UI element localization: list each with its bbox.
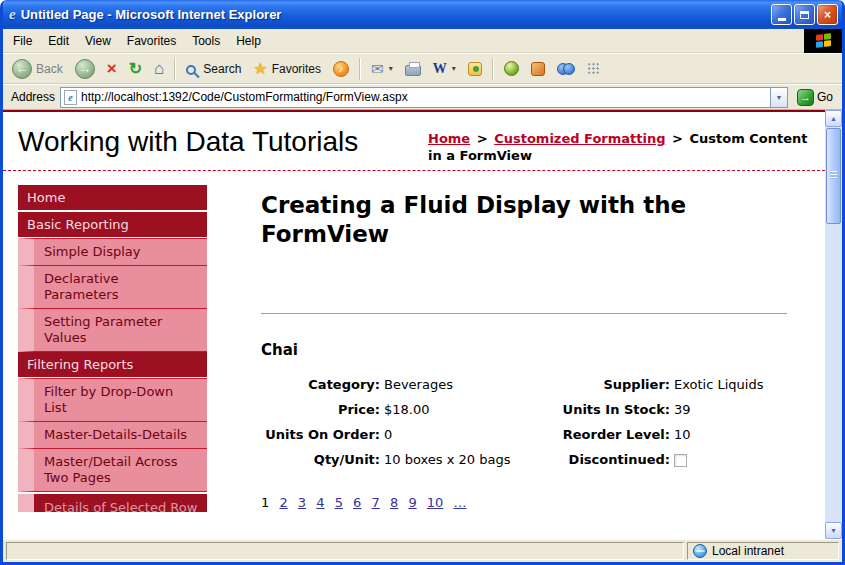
scroll-down-button[interactable]: ▼	[825, 522, 842, 539]
sidebar-item-setting-parameter-values[interactable]: Setting Parameter Values	[18, 308, 207, 352]
ie-logo-icon: e	[9, 6, 16, 23]
chevron-down-icon: ▾	[389, 64, 393, 73]
menu-help[interactable]: Help	[228, 31, 269, 51]
sidebar-item-declarative-parameters[interactable]: Declarative Parameters	[18, 265, 207, 309]
window-title: Untitled Page - Microsoft Internet Explo…	[21, 7, 771, 22]
orange-addon-icon	[531, 62, 545, 76]
sidebar-item-filter-by-drop-down-list[interactable]: Filter by Drop-Down List	[18, 378, 207, 422]
page-number-link-10[interactable]: 10	[427, 495, 444, 510]
address-label: Address	[8, 90, 55, 104]
main-content: Creating a Fluid Display with the FormVi…	[207, 185, 817, 512]
field-label-supplier: Supplier:	[550, 377, 670, 392]
close-button[interactable]: ×	[817, 4, 838, 25]
field-value-price: $18.00	[384, 402, 546, 417]
sidebar-item-home[interactable]: Home	[18, 185, 207, 210]
breadcrumb-home-link[interactable]: Home	[428, 131, 470, 146]
home-button[interactable]: ⌂	[149, 56, 169, 82]
maximize-button[interactable]	[794, 4, 815, 25]
forward-icon: →	[75, 59, 95, 79]
stop-icon: ×	[107, 60, 117, 77]
field-value-qty-unit: 10 boxes x 20 bags	[384, 452, 546, 467]
breadcrumb-separator: >	[670, 131, 685, 146]
breadcrumb: Home > Customized Formatting > Custom Co…	[428, 130, 813, 164]
sidebar-item-master-details-details[interactable]: Master-Details-Details	[18, 421, 207, 449]
print-icon	[405, 65, 421, 76]
page-number-link-9[interactable]: 9	[408, 495, 416, 510]
breadcrumb-section-link[interactable]: Customized Formatting	[494, 131, 665, 146]
go-button[interactable]: → Go	[793, 89, 837, 106]
page-number-link-6[interactable]: 6	[353, 495, 361, 510]
field-value-units-on-order: 0	[384, 427, 546, 442]
sidebar-item-master-detail-across-two-pages[interactable]: Master/Detail Across Two Pages	[18, 448, 207, 492]
edit-button[interactable]: W ▾	[428, 56, 461, 82]
mail-icon: ✉	[371, 61, 384, 76]
field-value-supplier: Exotic Liquids	[674, 377, 787, 392]
sidebar-item-details-of-selected[interactable]: Details of Selected Row	[18, 494, 207, 512]
search-icon	[186, 65, 196, 75]
favorites-button[interactable]: ★ Favorites	[248, 56, 326, 82]
discontinued-checkbox[interactable]	[674, 454, 687, 467]
menu-file[interactable]: File	[5, 31, 40, 51]
address-bar: Address e http://localhost:1392/Code/Cus…	[3, 84, 842, 110]
breadcrumb-separator: >	[475, 131, 490, 146]
menu-tools[interactable]: Tools	[184, 31, 228, 51]
minimize-button[interactable]	[771, 4, 792, 25]
page-number-link-4[interactable]: 4	[316, 495, 324, 510]
mail-button[interactable]: ✉ ▾	[366, 56, 398, 82]
site-title: Working with Data Tutorials	[18, 126, 358, 164]
sidebar-item-simple-display[interactable]: Simple Display	[18, 238, 207, 266]
scrollbar-thumb[interactable]	[826, 128, 841, 224]
menu-view[interactable]: View	[77, 31, 119, 51]
addon-button-1[interactable]	[499, 56, 524, 82]
page-number-link-more[interactable]: …	[453, 495, 466, 510]
messenger-button[interactable]	[463, 56, 487, 82]
title-bar[interactable]: e Untitled Page - Microsoft Internet Exp…	[3, 0, 842, 29]
address-url: http://localhost:1392/Code/CustomFormatt…	[81, 90, 770, 104]
field-label-reorder-level: Reorder Level:	[550, 427, 670, 442]
forward-button[interactable]: →	[70, 56, 100, 82]
menu-favorites[interactable]: Favorites	[119, 31, 184, 51]
standard-buttons-toolbar: ← Back → × ↻ ⌂ Search ★ Favorites ♪ ✉ ▾ …	[3, 53, 842, 84]
field-label-units-on-order: Units On Order:	[261, 427, 380, 442]
addon-button-4[interactable]	[582, 56, 605, 82]
status-bar: Local intranet	[3, 539, 842, 562]
page-number-link-3[interactable]: 3	[298, 495, 306, 510]
field-value-category: Beverages	[384, 377, 546, 392]
sidebar-section-filtering-reports[interactable]: Filtering Reports	[18, 352, 207, 377]
messenger-icon	[468, 62, 482, 76]
word-edit-icon: W	[433, 62, 447, 76]
stop-button[interactable]: ×	[102, 56, 122, 82]
toolbar-separator	[174, 58, 176, 80]
media-button[interactable]: ♪	[328, 56, 354, 82]
refresh-button[interactable]: ↻	[124, 56, 147, 82]
zone-label: Local intranet	[712, 544, 784, 558]
window-controls: ×	[771, 4, 838, 25]
scroll-up-button[interactable]: ▲	[825, 110, 842, 127]
favorites-star-icon: ★	[253, 61, 267, 77]
print-button[interactable]	[400, 56, 426, 82]
page-number-link-8[interactable]: 8	[390, 495, 398, 510]
address-input[interactable]: e http://localhost:1392/Code/CustomForma…	[60, 87, 788, 108]
media-icon: ♪	[333, 61, 349, 77]
page-favicon-icon: e	[64, 90, 77, 105]
minimize-icon	[778, 18, 786, 21]
search-button[interactable]: Search	[181, 56, 246, 82]
product-fields: Category: Beverages Supplier: Exotic Liq…	[261, 377, 787, 467]
page-number-link-7[interactable]: 7	[372, 495, 380, 510]
page-number-current: 1	[261, 495, 269, 510]
favorites-label: Favorites	[272, 62, 321, 76]
page-number-link-2[interactable]: 2	[279, 495, 287, 510]
addon-button-2[interactable]	[526, 56, 550, 82]
back-button[interactable]: ← Back	[7, 56, 68, 82]
menu-bar: File Edit View Favorites Tools Help	[3, 29, 842, 53]
field-label-price: Price:	[261, 402, 380, 417]
menu-edit[interactable]: Edit	[40, 31, 77, 51]
security-zone-pane: Local intranet	[687, 542, 839, 560]
vertical-scrollbar[interactable]: ▲ ▼	[825, 110, 842, 539]
page-number-link-5[interactable]: 5	[335, 495, 343, 510]
field-value-reorder-level: 10	[674, 427, 787, 442]
sidebar-section-basic-reporting[interactable]: Basic Reporting	[18, 212, 207, 237]
addon-button-3[interactable]	[552, 56, 580, 82]
grid-dots-icon	[587, 62, 600, 75]
address-dropdown-button[interactable]: ▾	[770, 88, 787, 107]
